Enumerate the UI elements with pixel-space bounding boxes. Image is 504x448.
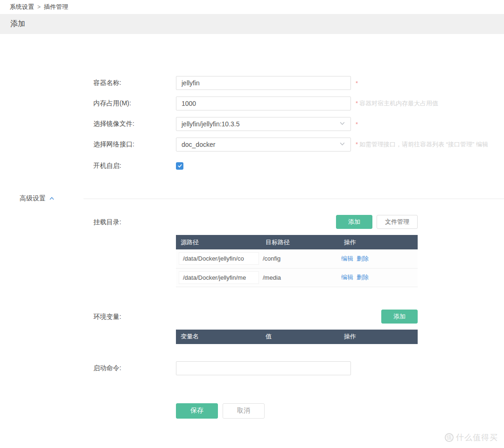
network-select-value: doc_docker (182, 141, 215, 148)
network-hint: *如需管理接口，请前往容器列表 “接口管理” 编辑 (356, 140, 488, 149)
command-row: 启动命令: (0, 361, 504, 375)
command-input[interactable] (176, 361, 351, 375)
memory-label: 内存占用(M): (93, 99, 176, 108)
advanced-settings-toggle[interactable]: 高级设置 (20, 194, 55, 203)
page-title: 添加 (10, 19, 25, 29)
edit-link[interactable]: 编辑 (341, 255, 353, 262)
network-label: 选择网络接口: (93, 140, 176, 149)
watermark-text: 什么值得买 (456, 432, 498, 443)
env-add-button[interactable]: 添加 (381, 310, 418, 324)
smzdm-logo-icon: 值 (445, 433, 454, 442)
image-select-value: jellyfin/jellyfin:10.3.5 (182, 120, 240, 128)
add-container-form: 容器名称: * 内存占用(M): *容器对宿主机内存最大占用值 选择镜像文件: … (0, 34, 504, 419)
env-header-actions: 操作 (339, 330, 418, 344)
memory-hint: *容器对宿主机内存最大占用值 (356, 99, 438, 108)
mounts-header-actions: 操作 (339, 235, 418, 249)
network-select[interactable]: doc_docker (176, 138, 351, 152)
network-row: 选择网络接口: doc_docker *如需管理接口，请前往容器列表 “接口管理… (0, 138, 504, 152)
mount-target-path: /config (261, 249, 339, 268)
image-required: * (356, 121, 359, 128)
section-divider (84, 199, 504, 199)
breadcrumb-separator: > (37, 4, 41, 10)
command-label: 启动命令: (93, 364, 176, 372)
mounts-header-target: 目标路径 (261, 235, 339, 249)
breadcrumb: 系统设置 > 插件管理 (0, 0, 504, 14)
autostart-label: 开机自启: (93, 162, 176, 170)
page-title-bar: 添加 (0, 14, 504, 34)
env-section: 环境变量: 添加 变量名 值 操作 (0, 310, 504, 344)
autostart-checkbox[interactable] (176, 162, 183, 170)
edit-link[interactable]: 编辑 (341, 274, 353, 281)
breadcrumb-system-settings[interactable]: 系统设置 (10, 3, 34, 11)
delete-link[interactable]: 删除 (357, 255, 369, 262)
breadcrumb-plugin-management[interactable]: 插件管理 (44, 3, 68, 11)
mount-target-path: /media (261, 268, 339, 287)
container-name-label: 容器名称: (93, 79, 176, 87)
env-header-name: 变量名 (176, 330, 261, 344)
container-name-row: 容器名称: * (0, 76, 504, 90)
mounts-table: 源路径 目标路径 操作 /data/Docker/jellyfin/co /co… (176, 235, 418, 287)
mounts-label: 挂载目录: (93, 215, 176, 287)
form-actions: 保存 取消 (0, 403, 504, 419)
image-row: 选择镜像文件: jellyfin/jellyfin:10.3.5 * (0, 117, 504, 131)
mounts-add-button[interactable]: 添加 (336, 215, 372, 229)
cancel-button[interactable]: 取消 (223, 403, 265, 419)
table-row: /data/Docker/jellyfin/me /media 编辑删除 (176, 268, 418, 287)
chevron-up-icon (49, 195, 55, 202)
delete-link[interactable]: 删除 (357, 274, 369, 281)
image-select[interactable]: jellyfin/jellyfin:10.3.5 (176, 117, 351, 131)
memory-input[interactable] (176, 96, 351, 110)
smzdm-watermark: 值 什么值得买 (445, 432, 498, 443)
env-table: 变量名 值 操作 (176, 330, 418, 344)
chevron-down-icon (339, 141, 345, 148)
mount-source-path: /data/Docker/jellyfin/co (179, 252, 259, 265)
mounts-section: 挂载目录: 添加 文件管理 源路径 目标路径 操作 /data/Docker/j… (0, 215, 504, 287)
table-row: /data/Docker/jellyfin/co /config 编辑删除 (176, 249, 418, 268)
mount-source-path: /data/Docker/jellyfin/me (179, 271, 259, 284)
chevron-down-icon (339, 120, 345, 128)
advanced-settings-header: 高级设置 (0, 194, 504, 203)
memory-row: 内存占用(M): *容器对宿主机内存最大占用值 (0, 96, 504, 110)
file-manager-button[interactable]: 文件管理 (377, 215, 418, 229)
save-button[interactable]: 保存 (176, 403, 218, 419)
autostart-row: 开机自启: (0, 162, 504, 170)
env-header-value: 值 (261, 330, 339, 344)
container-name-input[interactable] (176, 76, 351, 90)
image-label: 选择镜像文件: (93, 120, 176, 128)
env-label: 环境变量: (93, 310, 176, 344)
container-name-required: * (356, 80, 359, 87)
mounts-header-source: 源路径 (176, 235, 261, 249)
check-icon (177, 162, 182, 170)
